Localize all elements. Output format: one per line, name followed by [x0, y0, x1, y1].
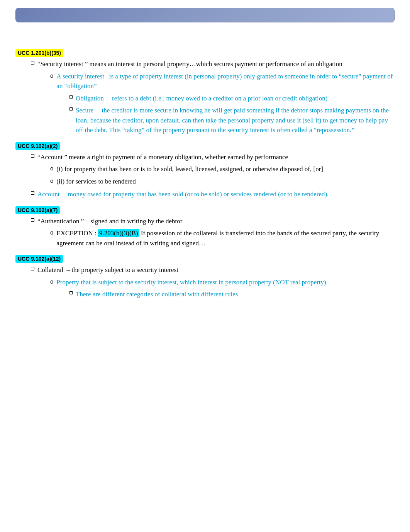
bullet-marker-small [69, 95, 73, 99]
bullet-marker [31, 218, 34, 222]
bullet-marker-small [69, 291, 73, 294]
bullet-text: “Security interest ” means an interest i… [37, 59, 342, 69]
bullet-l3-0-0-0-0: Obligation – refers to a debt (i.e., mon… [69, 93, 395, 104]
o-marker: o [50, 165, 53, 172]
bullet-text: Property that is subject to the security… [56, 277, 328, 287]
bullet-marker [31, 267, 34, 270]
bullet-l3-0-0-0-1: Secure – the creditor is more secure in … [69, 105, 395, 135]
sections-container: UCC 1.201(b)(35)“Security interest ” mea… [15, 49, 395, 299]
bullet-l1-0-0: “Security interest ” means an interest i… [31, 59, 395, 135]
bullet-l2-1-0-1: o(ii) for services to be rendered [50, 177, 395, 187]
bullet-l1-2-0: “Authentication ” – signed and in writin… [31, 216, 395, 248]
bullet-l1-1-0: “Account ” means a right to payment of a… [31, 152, 395, 187]
section-0: UCC 1.201(b)(35)“Security interest ” mea… [15, 49, 395, 135]
section-2: UCC 9.102(a)(7)“Authentication ” – signe… [15, 206, 395, 248]
bullet-text: There are different categories of collat… [76, 289, 238, 299]
bullet-text: Account – money owed for property that h… [37, 189, 329, 199]
bullet-l2-0-0-0: oA security interest is a type of proper… [50, 71, 395, 135]
bullet-l2-1-0-0: o(i) for property that has been or is to… [50, 164, 395, 174]
bullet-text: EXCEPTION : 9.203(b)(3)(B) If possession… [56, 228, 395, 248]
bullet-text: Secure – the creditor is more secure in … [76, 105, 395, 135]
bullet-text: “Authentication ” – signed and in writin… [37, 216, 182, 226]
bullet-text: “Account ” means a right to payment of a… [37, 152, 288, 162]
bullet-l2-2-0-0: oEXCEPTION : 9.203(b)(3)(B) If possessio… [50, 228, 395, 248]
bullet-text: Collateral – the property subject to a s… [37, 265, 178, 275]
bullet-marker [31, 191, 34, 195]
ucc-tag-3: UCC 9.102(a)(12) [15, 255, 63, 263]
bullet-text: (i) for property that has been or is to … [56, 164, 323, 174]
page-title-section [15, 34, 395, 38]
bullet-marker [31, 61, 34, 65]
page-wrapper: UCC 1.201(b)(35)“Security interest ” mea… [15, 8, 395, 299]
ucc-tag-1: UCC 9.102(a)(2) [15, 142, 60, 150]
o-marker: o [50, 278, 53, 285]
bullet-l2-3-0-0: oProperty that is subject to the securit… [50, 277, 395, 299]
section-1: UCC 9.102(a)(2)“Account ” means a right … [15, 142, 395, 199]
bullet-l1-1-1: Account – money owed for property that h… [31, 189, 395, 199]
ucc-tag-2: UCC 9.102(a)(7) [15, 206, 60, 214]
page-header [15, 8, 395, 22]
exception-highlight: 9.203(b)(3)(B) [98, 229, 139, 237]
section-3: UCC 9.102(a)(12)Collateral – the propert… [15, 255, 395, 299]
bullet-marker [31, 154, 34, 158]
bullet-text: A security interest is a type of propert… [56, 71, 395, 91]
bullet-l1-3-0: Collateral – the property subject to a s… [31, 265, 395, 299]
o-marker: o [50, 72, 53, 79]
ucc-tag-0: UCC 1.201(b)(35) [15, 49, 63, 57]
bullet-l3-3-0-0-0: There are different categories of collat… [69, 289, 395, 299]
bullet-text: Obligation – refers to a debt (i.e., mon… [76, 93, 327, 104]
o-marker: o [50, 229, 53, 236]
o-marker: o [50, 177, 53, 184]
bullet-text: (ii) for services to be rendered [56, 177, 136, 187]
bullet-marker-small [69, 107, 73, 110]
